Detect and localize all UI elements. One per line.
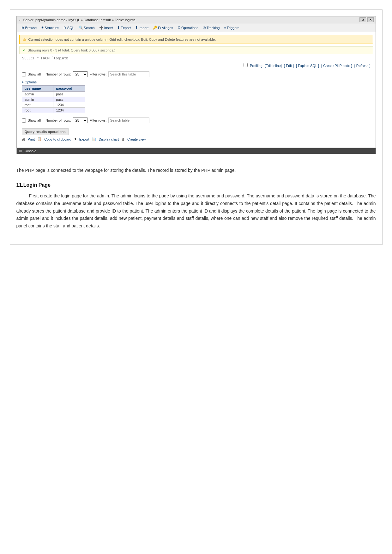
nav-privileges[interactable]: 🔑 Privileges	[151, 25, 175, 31]
export2-icon: ⬆	[74, 137, 77, 141]
tracking-icon: ◎	[203, 26, 206, 30]
titlebar-left: ← Server: phpMyAdmin demo - MySQL » Data…	[19, 18, 136, 22]
nav-insert-label: Insert	[104, 26, 113, 30]
sql-query-text: SELECT * FROM `logintb`	[22, 56, 70, 60]
nav-browse-label: Browse	[25, 26, 37, 30]
paragraph1: The PHP page is connected to the webpage…	[16, 167, 376, 174]
gear-button[interactable]: ⚙	[359, 17, 366, 22]
table-row: root1234	[22, 102, 85, 108]
separator-top: |	[43, 72, 44, 76]
filter-bar-top: Show all | Number of rows: 25 50 100 250…	[19, 70, 373, 78]
nav-structure[interactable]: ✦ Structure	[39, 25, 61, 31]
show-all-label-bottom: Show all	[28, 118, 41, 122]
insert-icon: ➕	[99, 26, 104, 30]
explain-sql-link[interactable]: [ Explain SQL ]	[296, 64, 319, 68]
cell-r0-c1: pass	[53, 92, 85, 97]
check-icon: ✔	[23, 48, 26, 52]
profiling-link[interactable]: Profiling	[250, 64, 262, 68]
bottom-actions: 🖨 Print 📋 Copy to clipboard ⬆ Export 📊 D…	[19, 136, 373, 142]
refresh-link[interactable]: [ Refresh ]	[354, 64, 371, 68]
edit-link[interactable]: [ Edit ]	[284, 64, 294, 68]
cell-r1-c1: pass	[53, 97, 85, 102]
display-chart-link[interactable]: Display chart	[99, 137, 119, 141]
export-icon: ⬆	[117, 26, 120, 30]
console-label: Console	[24, 149, 36, 153]
table-row: adminpass	[22, 97, 85, 102]
nav-insert[interactable]: ➕ Insert	[97, 25, 115, 31]
profiling-checkbox[interactable]	[244, 63, 248, 67]
nav-tracking[interactable]: ◎ Tracking	[201, 25, 222, 31]
data-table-container: + Options username password adminpassadm…	[19, 80, 373, 113]
nav-operations-label: Operations	[181, 26, 198, 30]
query-results-section: Query results operations 🖨 Print 📋 Copy …	[19, 126, 373, 142]
import-icon: ⬇	[135, 26, 138, 30]
nav-privileges-label: Privileges	[158, 26, 173, 30]
nav-search-label: Search	[84, 26, 95, 30]
create-view-link[interactable]: Create view	[127, 137, 146, 141]
search-input-bottom[interactable]	[108, 117, 149, 123]
warning-icon: ⚠	[23, 37, 27, 42]
triggers-icon: ≈	[224, 26, 226, 30]
show-all-label-top: Show all	[28, 72, 41, 76]
print-icon: 🖨	[22, 137, 25, 141]
export-link[interactable]: Export	[79, 137, 89, 141]
nav-export-label: Export	[121, 26, 131, 30]
show-all-checkbox-top[interactable]	[22, 72, 26, 76]
sql-icon: 🗋	[63, 26, 67, 30]
filter-bar-bottom: Show all | Number of rows: 25 50 100 250…	[19, 116, 373, 124]
nav-import[interactable]: ⬇ Import	[133, 25, 150, 31]
rows-select-bottom[interactable]: 25 50 100 250	[73, 117, 88, 123]
sql-query-line: SELECT * FROM `logintb`	[19, 56, 373, 61]
edit-inline-link[interactable]: [Edit inline]	[265, 64, 282, 68]
operations-icon: ⚙	[178, 26, 181, 30]
rows-select-top[interactable]: 25 50 100 250	[73, 71, 88, 77]
nav-tracking-label: Tracking	[207, 26, 220, 30]
col-password[interactable]: password	[53, 86, 85, 92]
phpmyadmin-content: ⚠ Current selection does not contain a u…	[17, 32, 376, 147]
nav-search[interactable]: 🔍 Search	[77, 25, 97, 31]
console-icon	[19, 150, 22, 152]
info-text: Showing rows 0 - 3 (4 total. Query took …	[28, 48, 116, 52]
number-of-rows-label-bottom: Number of rows:	[45, 118, 71, 122]
options-link[interactable]: + Options	[22, 80, 371, 84]
section-heading: 11.Login Page	[16, 181, 376, 189]
filter-rows-label-bottom: Filter rows:	[90, 118, 107, 122]
nav-browse[interactable]: 🗎 Browse	[19, 25, 39, 31]
show-all-checkbox-bottom[interactable]	[22, 118, 26, 123]
structure-icon: ✦	[41, 26, 44, 30]
copy-link[interactable]: Copy to clipboard	[44, 137, 71, 141]
create-php-code-link[interactable]: [ Create PHP code ]	[321, 64, 352, 68]
print-link[interactable]: Print	[28, 137, 35, 141]
titlebar-title: Server: phpMyAdmin demo - MySQL » Databa…	[23, 18, 136, 22]
titlebar-right: ⚙ ✕	[359, 17, 374, 22]
table-row: adminpass	[22, 92, 85, 97]
nav-structure-label: Structure	[45, 26, 59, 30]
nav-triggers[interactable]: ≈ Triggers	[222, 25, 241, 31]
nav-sql-label: SQL	[67, 26, 74, 30]
number-of-rows-label-top: Number of rows:	[45, 72, 71, 76]
col-username[interactable]: username	[22, 86, 53, 92]
text-content: The PHP page is connected to the webpage…	[16, 164, 376, 238]
data-table: username password adminpassadminpassroot…	[22, 85, 85, 113]
phpmyadmin-navbar: 🗎 Browse ✦ Structure 🗋 SQL 🔍 Search ➕ In…	[17, 23, 376, 32]
cell-r1-c0: admin	[22, 97, 53, 102]
nav-triggers-label: Triggers	[227, 26, 239, 30]
separator-bottom: |	[43, 118, 44, 122]
chart-icon: 📊	[92, 137, 96, 141]
page-container: ← Server: phpMyAdmin demo - MySQL » Data…	[10, 9, 383, 245]
close-button[interactable]: ✕	[367, 17, 374, 22]
warning-bar: ⚠ Current selection does not contain a u…	[19, 35, 373, 44]
action-bar: Profiling [Edit inline] [ Edit ] [ Expla…	[19, 62, 373, 68]
nav-export[interactable]: ⬆ Export	[115, 25, 133, 31]
cell-r3-c0: root	[22, 108, 53, 113]
console-bar[interactable]: Console	[17, 148, 376, 154]
back-icon[interactable]: ←	[19, 18, 22, 22]
phpmyadmin-screenshot: ← Server: phpMyAdmin demo - MySQL » Data…	[16, 16, 376, 154]
browse-icon: 🗎	[21, 26, 25, 30]
info-bar: ✔ Showing rows 0 - 3 (4 total. Query too…	[19, 46, 373, 54]
nav-operations[interactable]: ⚙ Operations	[176, 25, 200, 31]
copy-icon: 📋	[37, 137, 42, 141]
nav-sql[interactable]: 🗋 SQL	[61, 25, 76, 31]
search-input-top[interactable]	[108, 71, 149, 77]
paragraph2: First, create the login page for the adm…	[16, 192, 376, 230]
